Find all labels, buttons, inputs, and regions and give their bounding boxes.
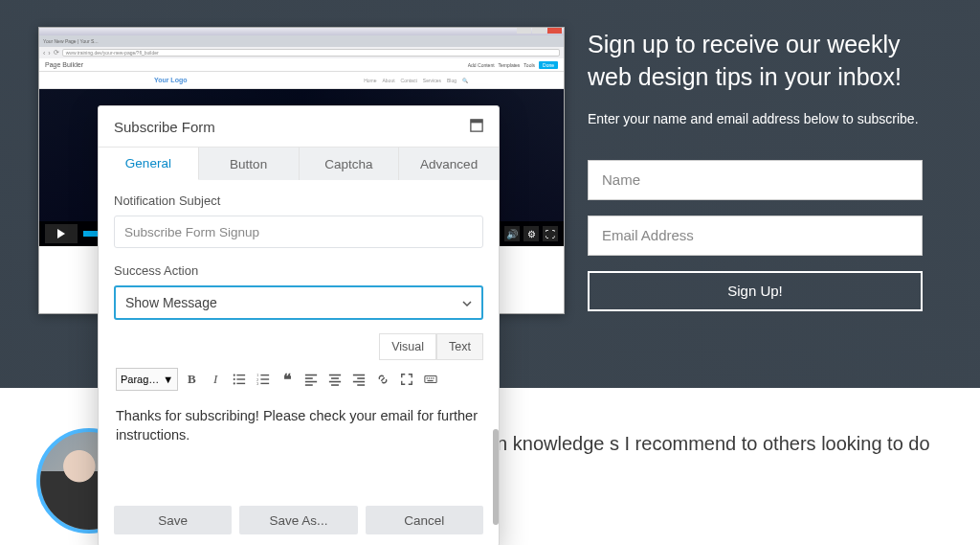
close-window-button[interactable] xyxy=(547,28,562,34)
svg-rect-23 xyxy=(358,377,366,379)
cancel-button[interactable]: Cancel xyxy=(366,506,483,534)
tab-advanced[interactable]: Advanced xyxy=(399,148,499,180)
paragraph-dropdown[interactable]: Parag…▼ xyxy=(116,368,178,391)
fullscreen-icon[interactable]: ⛶ xyxy=(543,226,558,241)
svg-rect-9 xyxy=(261,375,270,375)
tools-button[interactable]: Tools xyxy=(523,62,535,68)
settings-icon[interactable]: ⚙ xyxy=(523,226,539,241)
signup-subtitle: Enter your name and email address below … xyxy=(588,111,932,126)
svg-rect-22 xyxy=(353,375,365,376)
tab-general[interactable]: General xyxy=(99,148,199,180)
svg-rect-7 xyxy=(237,383,246,384)
align-left-button[interactable] xyxy=(301,369,322,390)
svg-rect-17 xyxy=(305,384,313,386)
svg-rect-26 xyxy=(425,376,436,383)
editor-tab-text[interactable]: Text xyxy=(436,333,483,360)
page-builder-label: Page Builder xyxy=(45,61,83,68)
bullet-list-button[interactable] xyxy=(229,369,250,390)
svg-rect-20 xyxy=(329,381,341,383)
svg-rect-3 xyxy=(237,375,246,375)
svg-rect-21 xyxy=(331,384,339,386)
site-nav: Home About Contact Services Blog 🔍 xyxy=(364,78,468,83)
success-action-label: Success Action xyxy=(114,263,483,278)
done-button[interactable]: Done xyxy=(539,61,558,69)
align-center-button[interactable] xyxy=(324,369,345,390)
modal-title: Subscribe Form xyxy=(114,119,215,135)
nav-item[interactable]: About xyxy=(382,78,394,83)
svg-text:3: 3 xyxy=(256,381,259,386)
svg-rect-14 xyxy=(305,375,317,376)
tab-button[interactable]: Button xyxy=(199,148,300,180)
browser-tab[interactable]: Your New Page | Your S... xyxy=(43,38,99,44)
browser-tabs: Your New Page | Your S... xyxy=(39,35,564,47)
email-field[interactable] xyxy=(588,216,923,256)
svg-rect-1 xyxy=(471,119,482,123)
save-as-button[interactable]: Save As... xyxy=(239,506,357,534)
search-icon[interactable]: 🔍 xyxy=(462,78,468,83)
page-builder-bar: Page Builder Add Content Templates Tools… xyxy=(39,58,564,72)
link-button[interactable] xyxy=(372,369,393,390)
subscribe-form-modal: Subscribe Form General Button Captcha Ad… xyxy=(98,105,500,545)
blockquote-button[interactable]: ❝ xyxy=(277,369,298,390)
address-bar: ‹ › ⟳ www.training.dev/your-new-page/?fl… xyxy=(39,47,564,58)
success-action-select[interactable]: Show Message xyxy=(114,285,483,320)
editor-toolbar: Parag…▼ B I 123 ❝ xyxy=(114,360,483,398)
svg-rect-30 xyxy=(433,377,434,378)
numbered-list-button[interactable]: 123 xyxy=(253,369,274,390)
svg-point-4 xyxy=(234,378,235,380)
modal-footer: Save Save As... Cancel xyxy=(99,500,499,545)
name-field[interactable] xyxy=(588,160,923,200)
align-right-button[interactable] xyxy=(348,369,369,390)
svg-rect-11 xyxy=(261,378,270,379)
play-icon xyxy=(57,229,65,238)
site-logo[interactable]: Your Logo xyxy=(154,77,187,83)
modal-tabs: General Button Captcha Advanced xyxy=(99,147,499,180)
editor-mode-tabs: Visual Text xyxy=(114,333,483,360)
window-titlebar xyxy=(39,28,564,35)
keyboard-button[interactable] xyxy=(420,369,441,390)
editor-tab-visual[interactable]: Visual xyxy=(379,333,436,360)
nav-back-icon[interactable]: ‹ xyxy=(43,50,45,57)
svg-rect-28 xyxy=(429,377,430,378)
svg-rect-16 xyxy=(305,381,317,383)
message-editor[interactable]: Thanks for subscribing! Please check you… xyxy=(114,398,483,494)
svg-rect-5 xyxy=(237,378,246,379)
tab-captcha[interactable]: Captcha xyxy=(300,148,400,180)
add-content-button[interactable]: Add Content xyxy=(468,62,495,68)
italic-button[interactable]: I xyxy=(205,369,226,390)
maximize-button[interactable] xyxy=(532,28,546,34)
expand-icon[interactable] xyxy=(470,119,483,135)
nav-item[interactable]: Blog xyxy=(447,78,457,83)
reload-icon[interactable]: ⟳ xyxy=(54,49,59,57)
fullscreen-editor-button[interactable] xyxy=(396,369,417,390)
scrollbar[interactable] xyxy=(493,429,499,525)
svg-rect-25 xyxy=(358,384,366,386)
signup-title: Sign up to receive our weekly web design… xyxy=(588,29,932,94)
templates-button[interactable]: Templates xyxy=(499,62,521,68)
svg-rect-18 xyxy=(329,375,341,376)
svg-point-6 xyxy=(234,382,235,384)
svg-rect-15 xyxy=(305,377,313,379)
bold-button[interactable]: B xyxy=(181,369,202,390)
url-input[interactable]: www.training.dev/your-new-page/?fl_build… xyxy=(62,49,560,57)
nav-forward-icon[interactable]: › xyxy=(48,50,50,57)
modal-header: Subscribe Form xyxy=(99,106,499,147)
play-button[interactable] xyxy=(45,224,78,243)
site-header: Your Logo Home About Contact Services Bl… xyxy=(39,72,564,89)
save-button[interactable]: Save xyxy=(114,506,232,534)
minimize-button[interactable] xyxy=(517,28,531,34)
notification-subject-label: Notification Subject xyxy=(114,193,483,208)
nav-item[interactable]: Contact xyxy=(401,78,417,83)
svg-rect-19 xyxy=(331,377,339,379)
nav-item[interactable]: Services xyxy=(423,78,441,83)
svg-rect-24 xyxy=(353,381,365,383)
signup-area: Sign up to receive our weekly web design… xyxy=(588,29,932,311)
signup-button[interactable]: Sign Up! xyxy=(588,271,923,311)
svg-point-2 xyxy=(234,375,235,376)
nav-item[interactable]: Home xyxy=(364,78,376,83)
notification-subject-input[interactable] xyxy=(114,216,483,248)
modal-body: Notification Subject Success Action Show… xyxy=(99,180,499,500)
svg-rect-29 xyxy=(431,377,432,378)
volume-icon[interactable]: 🔊 xyxy=(504,226,520,241)
svg-rect-13 xyxy=(261,383,270,384)
